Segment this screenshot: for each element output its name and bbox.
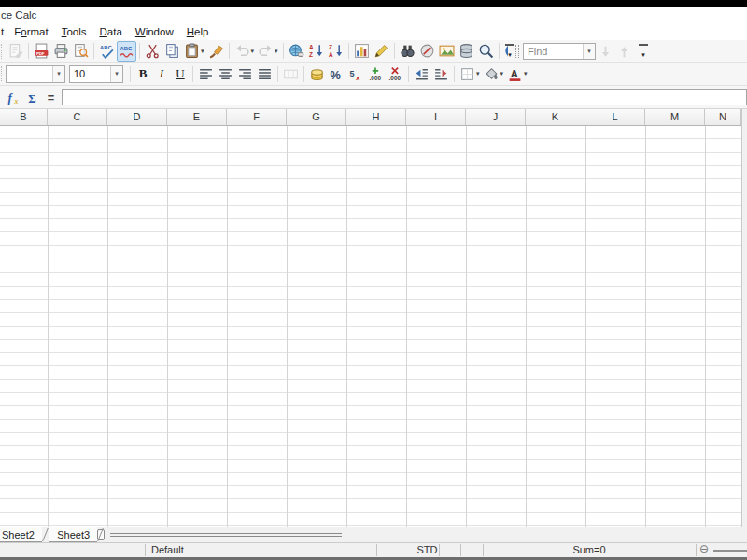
column-header-F[interactable]: F [227, 109, 287, 125]
font-color-dropdown-arrow[interactable]: ▾ [524, 70, 528, 77]
toolbar-overflow-button[interactable]: ▾ [505, 44, 514, 59]
zoom-button[interactable] [476, 41, 496, 62]
menu-item-window[interactable]: Window [129, 23, 180, 40]
undo-button[interactable]: ▾ [233, 41, 257, 62]
align-center-button[interactable] [216, 63, 235, 84]
spelling-button[interactable]: ABC [97, 41, 117, 62]
column-header-B[interactable]: B [0, 109, 48, 125]
number-format-standard-button[interactable]: 5x [346, 63, 366, 84]
cut-button[interactable] [143, 41, 162, 62]
find-toolbar-overflow-button[interactable]: ▾ [639, 44, 648, 59]
bold-button[interactable]: B [134, 63, 152, 84]
align-left-button[interactable] [196, 63, 216, 84]
edit-file-button[interactable] [6, 41, 25, 62]
column-header-J[interactable]: J [466, 109, 526, 125]
toolbar-separator [192, 66, 193, 82]
borders-dropdown-arrow[interactable]: ▾ [476, 70, 480, 77]
function-button[interactable]: = [43, 89, 60, 105]
align-left-icon [198, 66, 214, 82]
zoom-slider[interactable] [713, 550, 747, 552]
page-preview-button[interactable] [71, 41, 91, 62]
toolbar-grip[interactable] [1, 66, 4, 81]
column-header-M[interactable]: M [645, 109, 705, 125]
paste-dropdown-arrow[interactable]: ▾ [201, 48, 204, 55]
toolbar-separator [139, 43, 140, 59]
find-previous-button[interactable] [614, 42, 633, 61]
find-next-button[interactable] [596, 42, 614, 61]
toolbar-grip[interactable] [1, 44, 4, 59]
gallery-button[interactable] [437, 41, 457, 62]
font-size-value: 10 [70, 68, 110, 79]
undo-dropdown-arrow[interactable]: ▾ [251, 48, 255, 55]
sort-descending-button[interactable]: ZA [326, 41, 345, 62]
column-header-K[interactable]: K [526, 109, 585, 125]
column-header-G[interactable]: G [287, 109, 346, 125]
vertical-scrollbar[interactable] [741, 109, 747, 527]
zoom-out-icon[interactable]: ⊖ [699, 542, 709, 556]
font-name-combobox[interactable]: ▾ [6, 65, 65, 83]
column-header-H[interactable]: H [346, 109, 406, 125]
underline-button[interactable]: U [171, 63, 190, 84]
svg-text:ABC: ABC [100, 45, 112, 50]
navigator-button[interactable] [417, 41, 437, 62]
font-name-dropdown-arrow[interactable]: ▾ [52, 66, 64, 82]
background-color-dropdown-arrow[interactable]: ▾ [500, 70, 504, 77]
show-draw-functions-button[interactable] [372, 41, 391, 62]
add-decimal-place-button[interactable]: .000 [366, 63, 386, 84]
sum-button[interactable]: Σ [24, 89, 41, 105]
auto-spellcheck-button[interactable]: ABC [117, 41, 136, 62]
sort-ascending-button[interactable]: AZ [306, 41, 326, 62]
status-page-style[interactable]: Default [151, 543, 184, 557]
column-header-N[interactable]: N [705, 109, 741, 125]
format-paintbrush-button[interactable] [206, 41, 226, 62]
number-format-percent-button[interactable]: % [327, 63, 346, 84]
paste-button[interactable]: ▾ [182, 41, 206, 62]
font-size-combobox[interactable]: 10▾ [69, 65, 123, 83]
menu-item-format[interactable]: Format [7, 23, 54, 40]
find-input[interactable] [524, 44, 583, 59]
column-header-E[interactable]: E [167, 109, 227, 125]
column-header-D[interactable]: D [107, 109, 167, 125]
merge-icon [283, 66, 299, 82]
spreadsheet-grid[interactable] [0, 126, 741, 527]
function-wizard-button[interactable]: fx [6, 89, 22, 105]
merge-cells-button[interactable] [281, 63, 301, 84]
increase-indent-button[interactable] [431, 63, 451, 84]
number-format-currency-button[interactable] [307, 63, 327, 84]
menu-item-help[interactable]: Help [180, 23, 216, 40]
column-header-L[interactable]: L [585, 109, 645, 125]
font-color-button[interactable]: A▾ [505, 63, 529, 84]
export-pdf-button[interactable]: PDF [32, 41, 51, 62]
background-color-button[interactable]: ▾ [482, 63, 506, 84]
sheet-tab-sheet2[interactable]: Sheet2 [0, 527, 42, 542]
column-header-I[interactable]: I [406, 109, 466, 125]
status-sum[interactable]: Sum=0 [483, 543, 696, 557]
sheet-tab-sheet3[interactable]: Sheet3 [49, 527, 97, 542]
status-selection-mode[interactable]: STD [416, 543, 439, 557]
align-right-button[interactable] [235, 63, 255, 84]
data-sources-button[interactable] [457, 41, 476, 62]
find-and-replace-button[interactable] [398, 41, 417, 62]
decrease-indent-button[interactable] [412, 63, 431, 84]
hyperlink-button[interactable] [287, 41, 306, 62]
copy-button[interactable] [162, 41, 182, 62]
italic-button[interactable]: I [152, 63, 171, 84]
redo-dropdown-arrow[interactable]: ▾ [275, 48, 278, 55]
redo-button[interactable]: ▾ [256, 41, 280, 62]
toolbar-separator [499, 43, 500, 59]
align-justify-button[interactable] [255, 63, 275, 84]
menu-item-partial[interactable]: t [0, 23, 7, 40]
formula-input-line[interactable] [62, 89, 747, 105]
horizontal-scrollbar-thumb[interactable] [110, 533, 342, 537]
delete-decimal-place-button[interactable]: .000 [386, 63, 405, 84]
menu-item-tools[interactable]: Tools [55, 23, 93, 40]
find-toolbar-grip[interactable] [515, 45, 519, 58]
print-button[interactable] [51, 41, 71, 62]
insert-chart-button[interactable] [352, 41, 372, 62]
find-dropdown-arrow[interactable]: ▾ [583, 44, 595, 59]
column-header-C[interactable]: C [48, 109, 107, 125]
font-size-dropdown-arrow[interactable]: ▾ [110, 66, 122, 82]
menu-item-data[interactable]: Data [93, 23, 129, 40]
arrow-down-icon [598, 44, 613, 60]
borders-button[interactable]: ▾ [458, 63, 482, 84]
